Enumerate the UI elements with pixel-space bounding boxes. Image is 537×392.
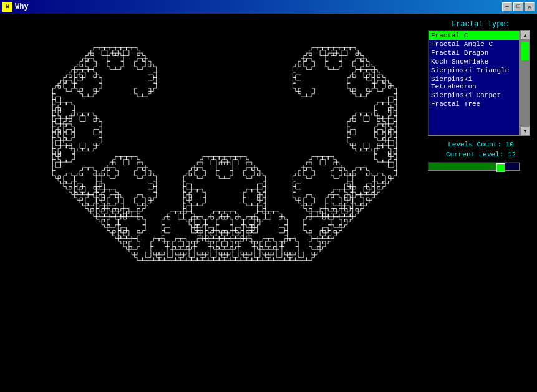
slider-thumb[interactable] (496, 163, 505, 172)
list-item-sierpinski-triangle[interactable]: Sierpinski Triangle (429, 66, 519, 75)
minimize-button[interactable]: ─ (502, 2, 512, 11)
fractal-listbox[interactable]: Fractal C Fractal Angle C Fractal Dragon… (428, 30, 520, 136)
listbox-scrollbar[interactable]: ▲ ▼ (520, 30, 530, 136)
levels-count-label: Levels Count: 10 (428, 141, 534, 148)
title-bar-title: Why (15, 2, 29, 11)
right-panel: Fractal Type: Fractal C Fractal Angle C … (428, 20, 534, 171)
scroll-thumb[interactable] (521, 42, 529, 60)
list-item-fractal-angle-c[interactable]: Fractal Angle C (429, 40, 519, 49)
list-item-koch-snowflake[interactable]: Koch Snowflake (429, 57, 519, 66)
list-item-sierpinski-tetrahedron[interactable]: Sierpinski Tetrahedron (429, 75, 519, 91)
level-slider-track[interactable] (428, 162, 520, 171)
listbox-container: Fractal C Fractal Angle C Fractal Dragon… (428, 30, 534, 136)
slider-container (428, 162, 534, 171)
close-button[interactable]: ✕ (525, 2, 535, 11)
fractal-canvas (0, 14, 424, 392)
fractal-type-label: Fractal Type: (428, 20, 534, 29)
maximize-button[interactable]: □ (513, 2, 523, 11)
current-level-label: Current Level: 12 (428, 151, 534, 158)
list-item-fractal-c[interactable]: Fractal C (429, 31, 519, 40)
scroll-track (521, 39, 530, 127)
title-bar-buttons: ─ □ ✕ (502, 2, 535, 11)
scroll-up-arrow[interactable]: ▲ (521, 31, 530, 39)
main-area: Level: 12, Vertices count: 8192 Fractal … (0, 14, 537, 392)
list-item-fractal-tree[interactable]: Fractal Tree (429, 100, 519, 108)
scroll-down-arrow[interactable]: ▼ (521, 127, 530, 135)
app-icon: W (2, 2, 12, 12)
title-bar-left: W Why (2, 2, 29, 12)
list-item-fractal-dragon[interactable]: Fractal Dragon (429, 49, 519, 57)
title-bar: W Why ─ □ ✕ (0, 0, 537, 14)
list-item-sierpinski-carpet[interactable]: Sierpinski Carpet (429, 91, 519, 100)
slider-fill (429, 163, 501, 170)
